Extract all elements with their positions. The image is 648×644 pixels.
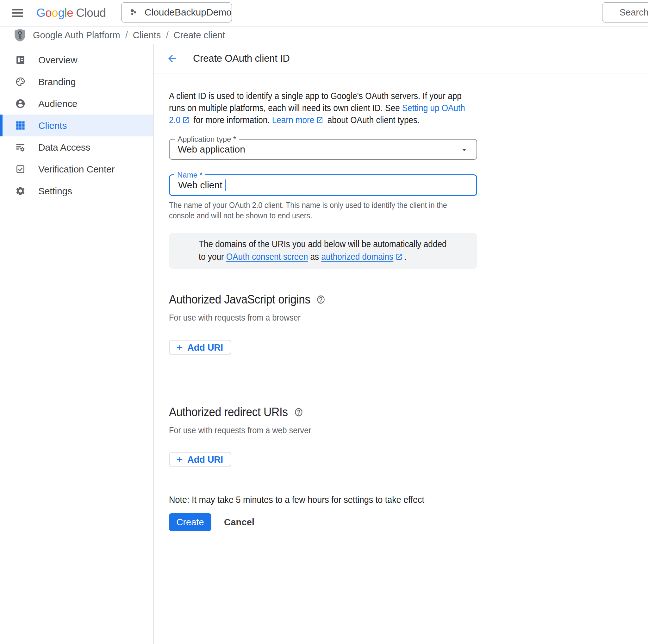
google-cloud-console: GoogleCloud CloudeBackupDemo Search (/ G…: [0, 0, 648, 644]
back-arrow-icon: [166, 53, 178, 64]
help-icon[interactable]: [294, 407, 303, 417]
shield-key-icon: [14, 28, 26, 42]
info-box-text: The domains of the URIs you add below wi…: [199, 238, 474, 264]
google-cloud-logo: GoogleCloud: [36, 6, 106, 19]
sidebar-item-label: Overview: [38, 55, 77, 65]
main-content: Create OAuth client ID A client ID is us…: [154, 44, 648, 644]
setting-up-oauth-link[interactable]: Setting up OAuth: [402, 103, 465, 113]
add-uri-button-js-origins[interactable]: Add URI: [169, 340, 231, 355]
breadcrumb-separator: /: [125, 30, 128, 41]
text-cursor: [225, 179, 226, 191]
sidebar-item-settings[interactable]: Settings: [0, 180, 153, 202]
search-label: Search (/: [619, 7, 648, 18]
intro-line: 2.0 for more information. Learn more abo…: [169, 114, 600, 127]
logo-cloud-text: Cloud: [76, 6, 106, 19]
overview-icon: [15, 55, 25, 65]
top-bar: GoogleCloud CloudeBackupDemo Search (/: [0, 0, 648, 26]
sidebar-nav: Overview Branding Audience Clients: [0, 44, 154, 644]
oauth-consent-screen-link[interactable]: OAuth consent screen: [226, 252, 308, 262]
sidebar-item-verification-center[interactable]: Verification Center: [0, 158, 153, 180]
application-type-label: Application type *: [175, 135, 239, 144]
gear-icon: [15, 186, 25, 196]
page-header: Create OAuth client ID: [154, 44, 648, 73]
breadcrumb-item-product[interactable]: Google Auth Platform: [33, 30, 120, 41]
external-link-icon: [395, 251, 402, 264]
authorized-domains-link[interactable]: authorized domains: [321, 252, 393, 262]
application-type-select[interactable]: Application type * Web application: [169, 139, 477, 160]
sidebar-item-label: Audience: [38, 98, 77, 109]
application-type-value: Web application: [178, 144, 245, 155]
sidebar-item-label: Clients: [38, 120, 67, 131]
intro-line: runs on multiple platforms, each will ne…: [169, 102, 600, 114]
add-uri-button-redirect-uris[interactable]: Add URI: [169, 452, 231, 467]
sidebar-item-branding[interactable]: Branding: [0, 71, 153, 93]
js-origins-section-heading: Authorized JavaScript origins: [169, 292, 648, 306]
account-circle-icon: [15, 98, 25, 109]
sidebar-item-overview[interactable]: Overview: [0, 49, 153, 71]
back-button[interactable]: [166, 52, 178, 65]
project-name: CloudeBackupDemo: [145, 7, 232, 18]
settings-note: Note: It may take 5 minutes to a few hou…: [169, 494, 648, 505]
breadcrumb-separator: /: [166, 30, 168, 41]
js-origins-subtext: For use with requests from a browser: [169, 313, 648, 323]
domains-info-box: The domains of the URIs you add below wi…: [169, 233, 477, 269]
sidebar-item-label: Verification Center: [38, 164, 114, 175]
breadcrumb-item-clients[interactable]: Clients: [133, 30, 161, 41]
external-link-icon: [316, 115, 324, 127]
sidebar-item-label: Branding: [38, 76, 76, 87]
breadcrumb: Google Auth Platform / Clients / Create …: [0, 26, 648, 44]
external-link-icon: [182, 115, 190, 127]
palette-icon: [15, 76, 25, 87]
sidebar-item-clients[interactable]: Clients: [0, 115, 153, 137]
project-selector-button[interactable]: CloudeBackupDemo: [121, 2, 232, 22]
cancel-button[interactable]: Cancel: [224, 517, 254, 528]
learn-more-link[interactable]: Learn more: [272, 115, 314, 125]
name-label: Name *: [174, 171, 205, 179]
intro-line: A client ID is used to identify a single…: [169, 90, 600, 102]
setting-up-oauth-link[interactable]: 2.0: [169, 115, 180, 125]
hamburger-menu-icon[interactable]: [12, 9, 23, 17]
client-name-input[interactable]: Name * Web client: [169, 174, 477, 196]
dropdown-caret-icon: [460, 146, 468, 155]
name-helper-text: The name of your OAuth 2.0 client. This …: [169, 200, 648, 221]
data-access-icon: [15, 142, 25, 153]
form-actions: Create Cancel: [169, 513, 648, 531]
apps-grid-icon: [15, 120, 25, 131]
redirect-uris-subtext: For use with requests from a web server: [169, 425, 648, 435]
sidebar-item-label: Settings: [38, 186, 72, 197]
page-title: Create OAuth client ID: [193, 53, 290, 64]
redirect-uris-section-heading: Authorized redirect URIs: [169, 405, 648, 419]
plus-icon: [175, 455, 184, 464]
sidebar-item-label: Data Access: [38, 142, 91, 153]
name-value: Web client: [178, 180, 222, 191]
sidebar-item-audience[interactable]: Audience: [0, 93, 153, 115]
intro-paragraph: A client ID is used to identify a single…: [169, 90, 648, 127]
form-body: A client ID is used to identify a single…: [154, 90, 648, 531]
help-icon[interactable]: [317, 294, 326, 305]
plus-icon: [175, 343, 184, 352]
project-hexagons-icon: [129, 8, 138, 17]
search-button[interactable]: Search (/: [602, 2, 648, 22]
breadcrumb-item-current: Create client: [173, 30, 225, 41]
sidebar-item-data-access[interactable]: Data Access: [0, 137, 153, 158]
create-button[interactable]: Create: [169, 513, 211, 531]
checkbox-icon: [15, 164, 25, 174]
